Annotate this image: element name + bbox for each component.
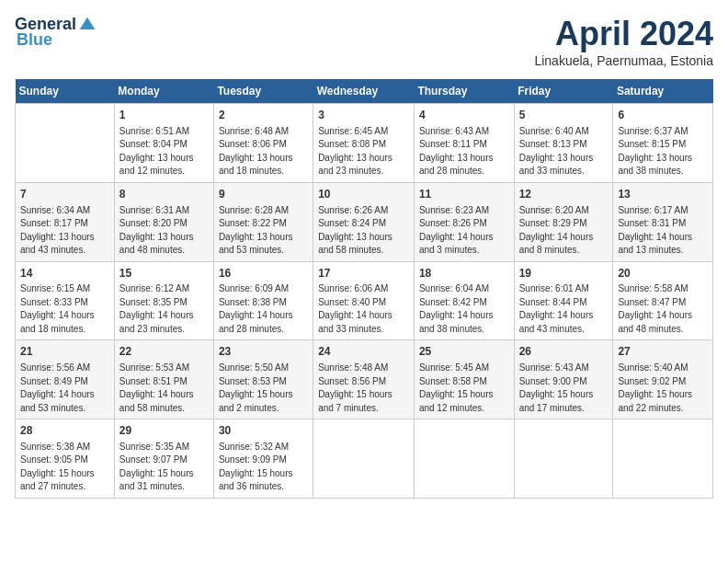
day-number: 30 [219, 423, 308, 439]
day-number: 15 [119, 266, 209, 282]
calendar-cell: 4Sunrise: 6:43 AM Sunset: 8:11 PM Daylig… [414, 104, 514, 183]
calendar-cell [514, 419, 613, 499]
header-sunday: Sunday [16, 79, 115, 104]
header-saturday: Saturday [613, 79, 713, 104]
calendar-cell: 16Sunrise: 6:09 AM Sunset: 8:38 PM Dayli… [213, 261, 313, 340]
day-info: Sunrise: 5:38 AM Sunset: 9:05 PM Dayligh… [20, 441, 109, 494]
day-number: 5 [519, 108, 609, 123]
day-info: Sunrise: 6:26 AM Sunset: 8:24 PM Dayligh… [318, 204, 409, 258]
calendar-cell: 5Sunrise: 6:40 AM Sunset: 8:13 PM Daylig… [514, 104, 613, 183]
day-info: Sunrise: 6:23 AM Sunset: 8:26 PM Dayligh… [419, 204, 509, 258]
calendar-cell: 23Sunrise: 5:50 AM Sunset: 8:53 PM Dayli… [213, 340, 313, 419]
calendar-table: SundayMondayTuesdayWednesdayThursdayFrid… [15, 79, 713, 499]
day-info: Sunrise: 5:40 AM Sunset: 9:02 PM Dayligh… [618, 362, 708, 415]
day-info: Sunrise: 5:50 AM Sunset: 8:53 PM Dayligh… [219, 362, 308, 415]
day-info: Sunrise: 5:43 AM Sunset: 9:00 PM Dayligh… [519, 362, 609, 415]
calendar-cell: 28Sunrise: 5:38 AM Sunset: 9:05 PM Dayli… [16, 419, 115, 499]
day-number: 19 [519, 266, 609, 282]
title-section: April 2024 Linakuela, Paernumaa, Estonia [534, 15, 713, 68]
day-info: Sunrise: 6:17 AM Sunset: 8:31 PM Dayligh… [618, 204, 708, 258]
calendar-cell: 30Sunrise: 5:32 AM Sunset: 9:09 PM Dayli… [213, 419, 313, 499]
day-number: 16 [219, 266, 308, 282]
calendar-week-2: 7Sunrise: 6:34 AM Sunset: 8:17 PM Daylig… [16, 182, 713, 261]
day-number: 7 [20, 187, 109, 202]
calendar-cell: 24Sunrise: 5:48 AM Sunset: 8:56 PM Dayli… [313, 340, 415, 419]
day-info: Sunrise: 5:35 AM Sunset: 9:07 PM Dayligh… [119, 441, 209, 494]
logo-icon [78, 16, 97, 34]
day-number: 8 [119, 187, 209, 202]
day-info: Sunrise: 5:48 AM Sunset: 8:56 PM Dayligh… [318, 362, 409, 415]
day-info: Sunrise: 5:45 AM Sunset: 8:58 PM Dayligh… [419, 362, 509, 415]
day-number: 10 [318, 187, 409, 202]
day-info: Sunrise: 6:20 AM Sunset: 8:29 PM Dayligh… [519, 204, 609, 258]
calendar-cell: 18Sunrise: 6:04 AM Sunset: 8:42 PM Dayli… [414, 261, 514, 340]
day-info: Sunrise: 6:40 AM Sunset: 8:13 PM Dayligh… [519, 125, 609, 178]
calendar-cell: 7Sunrise: 6:34 AM Sunset: 8:17 PM Daylig… [16, 182, 115, 261]
calendar-cell: 17Sunrise: 6:06 AM Sunset: 8:40 PM Dayli… [313, 261, 415, 340]
calendar-cell: 3Sunrise: 6:45 AM Sunset: 8:08 PM Daylig… [313, 104, 415, 183]
calendar-cell: 26Sunrise: 5:43 AM Sunset: 9:00 PM Dayli… [514, 340, 613, 419]
day-number: 24 [318, 344, 409, 360]
day-info: Sunrise: 6:37 AM Sunset: 8:15 PM Dayligh… [618, 125, 708, 178]
day-number: 12 [519, 187, 609, 202]
day-number: 2 [219, 108, 308, 123]
calendar-week-1: 1Sunrise: 6:51 AM Sunset: 8:04 PM Daylig… [16, 104, 713, 183]
calendar-cell: 1Sunrise: 6:51 AM Sunset: 8:04 PM Daylig… [114, 104, 213, 183]
header-friday: Friday [514, 79, 613, 104]
day-info: Sunrise: 6:48 AM Sunset: 8:06 PM Dayligh… [219, 125, 308, 178]
calendar-cell: 13Sunrise: 6:17 AM Sunset: 8:31 PM Dayli… [613, 182, 713, 261]
day-info: Sunrise: 6:45 AM Sunset: 8:08 PM Dayligh… [318, 125, 409, 178]
logo: General Blue [15, 15, 97, 50]
calendar-cell: 2Sunrise: 6:48 AM Sunset: 8:06 PM Daylig… [213, 104, 313, 183]
calendar-week-4: 21Sunrise: 5:56 AM Sunset: 8:49 PM Dayli… [16, 340, 713, 419]
day-number: 11 [419, 187, 509, 202]
calendar-cell: 12Sunrise: 6:20 AM Sunset: 8:29 PM Dayli… [514, 182, 613, 261]
day-info: Sunrise: 6:34 AM Sunset: 8:17 PM Dayligh… [20, 204, 109, 258]
location: Linakuela, Paernumaa, Estonia [534, 53, 713, 68]
calendar-cell: 14Sunrise: 6:15 AM Sunset: 8:33 PM Dayli… [16, 261, 115, 340]
day-number: 22 [119, 344, 209, 360]
calendar-cell [16, 104, 115, 183]
day-info: Sunrise: 6:09 AM Sunset: 8:38 PM Dayligh… [219, 282, 308, 336]
calendar-week-5: 28Sunrise: 5:38 AM Sunset: 9:05 PM Dayli… [16, 419, 713, 499]
calendar-cell: 11Sunrise: 6:23 AM Sunset: 8:26 PM Dayli… [414, 182, 514, 261]
day-number: 23 [219, 344, 308, 360]
day-info: Sunrise: 6:31 AM Sunset: 8:20 PM Dayligh… [119, 204, 209, 258]
day-info: Sunrise: 5:56 AM Sunset: 8:49 PM Dayligh… [20, 362, 109, 415]
calendar-cell: 20Sunrise: 5:58 AM Sunset: 8:47 PM Dayli… [613, 261, 713, 340]
day-info: Sunrise: 6:43 AM Sunset: 8:11 PM Dayligh… [419, 125, 509, 178]
day-number: 27 [618, 344, 708, 360]
calendar-week-3: 14Sunrise: 6:15 AM Sunset: 8:33 PM Dayli… [16, 261, 713, 340]
day-info: Sunrise: 6:15 AM Sunset: 8:33 PM Dayligh… [20, 282, 109, 336]
calendar-cell [313, 419, 415, 499]
calendar-header-row: SundayMondayTuesdayWednesdayThursdayFrid… [16, 79, 713, 104]
calendar-cell: 15Sunrise: 6:12 AM Sunset: 8:35 PM Dayli… [114, 261, 213, 340]
calendar-cell: 29Sunrise: 5:35 AM Sunset: 9:07 PM Dayli… [114, 419, 213, 499]
calendar-cell: 9Sunrise: 6:28 AM Sunset: 8:22 PM Daylig… [213, 182, 313, 261]
page-header: General Blue April 2024 Linakuela, Paern… [15, 15, 713, 68]
day-number: 17 [318, 266, 409, 282]
logo-blue: Blue [17, 30, 52, 50]
calendar-cell: 25Sunrise: 5:45 AM Sunset: 8:58 PM Dayli… [414, 340, 514, 419]
day-info: Sunrise: 5:53 AM Sunset: 8:51 PM Dayligh… [119, 362, 209, 415]
calendar-cell: 6Sunrise: 6:37 AM Sunset: 8:15 PM Daylig… [613, 104, 713, 183]
calendar-cell [414, 419, 514, 499]
calendar-cell: 27Sunrise: 5:40 AM Sunset: 9:02 PM Dayli… [613, 340, 713, 419]
day-info: Sunrise: 6:01 AM Sunset: 8:44 PM Dayligh… [519, 282, 609, 336]
month-title: April 2024 [534, 15, 713, 53]
day-number: 21 [20, 344, 109, 360]
day-info: Sunrise: 6:51 AM Sunset: 8:04 PM Dayligh… [119, 125, 209, 178]
day-number: 18 [419, 266, 509, 282]
day-number: 4 [419, 108, 509, 123]
day-number: 28 [20, 423, 109, 439]
header-wednesday: Wednesday [313, 79, 415, 104]
calendar-cell: 8Sunrise: 6:31 AM Sunset: 8:20 PM Daylig… [114, 182, 213, 261]
day-info: Sunrise: 6:12 AM Sunset: 8:35 PM Dayligh… [119, 282, 209, 336]
day-number: 13 [618, 187, 708, 202]
day-info: Sunrise: 6:28 AM Sunset: 8:22 PM Dayligh… [219, 204, 308, 258]
day-number: 25 [419, 344, 509, 360]
day-number: 6 [618, 108, 708, 123]
header-tuesday: Tuesday [213, 79, 313, 104]
calendar-cell: 21Sunrise: 5:56 AM Sunset: 8:49 PM Dayli… [16, 340, 115, 419]
calendar-cell [613, 419, 713, 499]
